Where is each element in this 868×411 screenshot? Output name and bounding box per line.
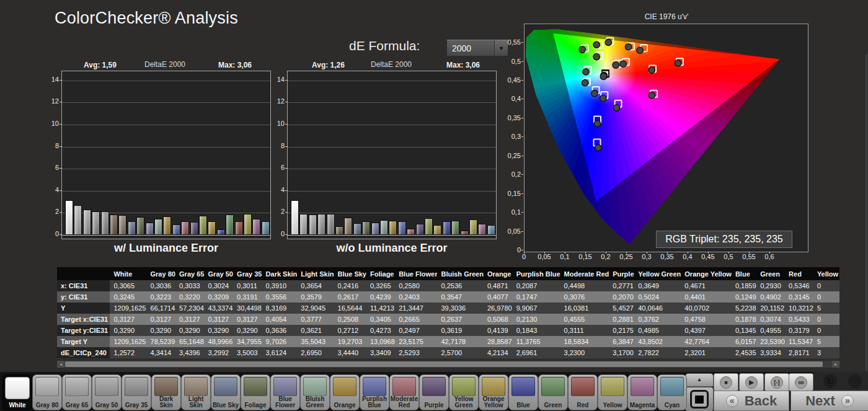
table-row: y: CIE310,32450,32230,32200,32090,31910,… [57,291,839,303]
cie-y-tick-mark [521,231,523,232]
y-axis-tick-mark [285,146,288,147]
patch-button-blue[interactable]: Blue [508,374,538,410]
table-cell: 18,5834 [560,336,609,347]
table-cell: 43,8502 [634,336,681,347]
patch-button-bluish-green[interactable]: BluishGreen [300,374,330,410]
cie-measured-orange-yellow [625,44,631,50]
patch-button-moderate-red[interactable]: ModerateRed [389,374,419,410]
table-cell: 20,1152 [756,303,785,314]
table-cell: 0,3127 [233,314,262,325]
patch-button-light-skin[interactable]: Light Skin [181,374,211,410]
table-cell: 0,5068 [484,314,513,325]
table-cell: 0,2403 [395,291,437,303]
pattern-window-size-button[interactable] [685,387,714,411]
scrollbar-thumb[interactable] [65,361,823,367]
y-axis-tick-label: 2 [271,208,285,215]
table-header-row: WhiteGray 80Gray 65Gray 50Gray 35Dark Sk… [57,267,839,280]
refresh-icon[interactable]: ↻ [823,374,837,388]
cie-y-tick-label: 0,55 [501,38,521,46]
cie-y-tick-mark [521,80,523,81]
patch-button-blue-sky[interactable]: Blue Sky [211,374,241,410]
disabled-controls-zone: ↻ [813,372,868,391]
bar-foliage [362,221,370,235]
patch-button-green[interactable]: Green [538,374,568,410]
patch-button-orange-yellow[interactable]: OrangeYellow [479,374,508,410]
cie-measured-moderate-red [649,67,655,73]
table-cell: 3,3409 [366,347,395,358]
scroll-right-icon[interactable]: ▸ [832,361,839,368]
patch-swatch [65,377,89,396]
bar-gray-80 [299,214,308,235]
gridline [62,169,270,169]
table-cell: 0,3191 [233,291,262,303]
play-button[interactable]: ▶ [739,373,764,391]
table-cell: 78,5239 [147,336,176,347]
table-cell: 0 [813,314,839,325]
patch-button-yellow[interactable]: Yellow [598,374,627,410]
patch-swatch [35,377,59,396]
pattern-window-button[interactable]: [-] [764,373,789,391]
patch-button-gray-35[interactable]: Gray 35 [122,374,151,410]
cie-x-tick-label: 0,6 [761,253,778,260]
patch-button-red[interactable]: Red [568,374,598,410]
table-cell: 0,3654 [297,280,334,291]
patch-button-purple[interactable]: Purple [419,374,449,410]
chart2-title: w/o Luminance Error [287,242,497,255]
table-cell: 0,2175 [609,325,634,336]
colorchecker-analysis-window: ColorChecker® Analysis dE Formula: 2000 … [0,0,868,411]
patch-button-gray-50[interactable]: Gray 50 [92,374,122,410]
cie-x-tick-mark [667,252,668,254]
patch-button-blue-flower[interactable]: BlueFlower [270,374,300,410]
patch-swatch [184,377,208,396]
table-cell: 5 [813,336,839,347]
table-cell: 0,4054 [262,314,298,325]
column-header: Blue Flower [395,267,437,280]
bar-purple [190,222,198,235]
y-axis-tick-label: 4 [271,186,285,193]
table-cell: 0,3209 [205,291,234,303]
row-label: Y [57,303,110,314]
patch-button-white[interactable]: White [2,374,32,410]
cie-measured-yellow-green [593,42,600,48]
patch-button-cyan[interactable]: Cyan [657,374,687,410]
pattern-options-button[interactable]: ▲ [685,373,714,387]
table-cell: 0,1843 [513,325,560,336]
patch-button-yellow-green[interactable]: YellowGreen [449,374,479,410]
patch-button-orange[interactable]: Orange [330,374,360,410]
stop-button[interactable]: ■ [714,373,738,391]
cie-measured-foliage [593,53,600,60]
blank-circle-icon [848,374,862,388]
table-scrollbar[interactable]: ◂ ▸ [57,361,839,368]
bar-gray-35 [101,211,109,235]
cie-x-tick-mark [647,252,647,254]
cie-y-tick-mark [521,212,523,213]
table-cell: 3 [813,347,839,358]
patch-button-foliage[interactable]: Foliage [241,374,270,410]
continuous-button[interactable]: ∞ [789,373,813,391]
patch-button-gray-65[interactable]: Gray 65 [62,374,92,410]
de-formula-dropdown[interactable]: 2000 ▼ [446,40,508,56]
patch-button-purplish-blue[interactable]: PurplishBlue [360,374,389,410]
patch-button-magenta[interactable]: Magenta [627,374,657,410]
table-cell: 3,6124 [262,347,298,358]
continuous-icon: ∞ [795,376,807,389]
bar-red [235,221,243,235]
table-cell: 2,5293 [395,347,437,358]
scroll-left-icon[interactable]: ◂ [57,361,64,368]
column-header: Yellow Green [634,267,681,280]
cie-x-tick-mark [585,252,586,254]
patch-swatch [452,377,476,396]
y-axis-tick-label: 12 [271,97,285,105]
y-axis-tick-label: 8 [45,142,59,149]
table-cell: 65,1648 [175,336,205,347]
cie-y-tick-label: 0,5 [501,58,521,65]
cie-chromaticity-diagram [524,24,808,252]
next-button[interactable]: Next » [790,391,868,411]
table-cell: 16,5644 [334,303,366,314]
patch-button-dark-skin[interactable]: Dark Skin [151,374,181,410]
table-cell: 2,6961 [513,347,560,358]
bar-gray-35 [327,214,335,235]
back-button[interactable]: « Back [714,391,789,411]
y-axis-tick-mark [285,190,288,191]
patch-button-gray-80[interactable]: Gray 80 [32,374,62,410]
